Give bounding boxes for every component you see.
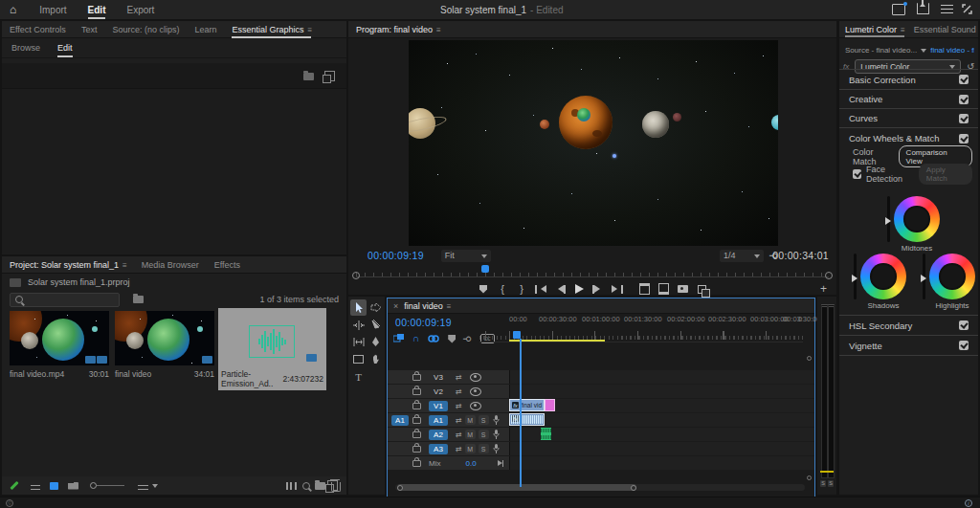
scrubber-left-handle[interactable]	[352, 272, 360, 279]
tab-source[interactable]: Source: (no clips)	[112, 25, 179, 34]
voiceover-mic-icon[interactable]	[493, 430, 500, 439]
clip-pink-v1[interactable]	[545, 399, 555, 411]
section-basic-correction[interactable]: Basic Correction	[839, 69, 978, 89]
tab-effect-controls[interactable]: Effect Controls	[10, 25, 66, 34]
playhead-handle[interactable]	[513, 331, 521, 339]
track-output-eye-icon[interactable]	[470, 373, 481, 382]
track-v1-content[interactable]: fx final vid	[509, 399, 814, 412]
track-a3-content[interactable]	[509, 442, 814, 455]
play-button[interactable]	[571, 282, 588, 296]
extract-button[interactable]	[656, 282, 672, 296]
solo-button-a2[interactable]: S	[479, 430, 489, 439]
track-v2-content[interactable]	[509, 385, 814, 398]
source-patch-a1[interactable]: A1	[391, 415, 409, 426]
mark-in-button[interactable]: {	[495, 282, 511, 296]
highlights-wheel[interactable]	[929, 254, 975, 299]
menu-import[interactable]: Import	[39, 5, 66, 15]
lock-icon[interactable]	[412, 374, 421, 381]
program-video-frame[interactable]	[409, 40, 778, 246]
menu-edit[interactable]: Edit	[88, 5, 106, 15]
face-detection-checkbox[interactable]	[853, 169, 861, 179]
solo-button-a3[interactable]: S	[479, 444, 489, 453]
lumetri-source-clip[interactable]: final video - final v...	[930, 46, 974, 55]
color-wheels-checkbox[interactable]	[959, 134, 969, 144]
search-input[interactable]	[10, 293, 120, 307]
new-layer-icon[interactable]	[324, 71, 335, 81]
highlights-slider[interactable]	[923, 254, 925, 299]
type-tool[interactable]: T	[350, 368, 367, 385]
sort-icon[interactable]	[138, 482, 148, 490]
panel-menu-icon[interactable]: ≡	[901, 26, 904, 34]
step-forward-button[interactable]	[590, 282, 607, 296]
sync-lock-icon[interactable]: ⇄	[456, 373, 462, 382]
track-label-a3[interactable]: A3	[429, 444, 448, 454]
section-hsl-secondary[interactable]: HSL Secondary	[839, 315, 978, 335]
sync-lock-icon[interactable]: ⇄	[456, 445, 462, 453]
lock-icon[interactable]	[412, 388, 421, 395]
voiceover-mic-icon[interactable]	[493, 444, 500, 453]
sync-lock-icon[interactable]: ⇄	[456, 387, 462, 396]
project-bin-name[interactable]: Solar system final_1.prproj	[28, 277, 130, 287]
apply-match-button-disabled[interactable]: Apply Match	[919, 164, 972, 185]
step-back-button[interactable]	[552, 282, 568, 296]
mix-volume-value[interactable]: 0.0	[465, 459, 476, 468]
nest-sequence-icon[interactable]	[393, 334, 404, 343]
program-scrubber[interactable]	[352, 265, 833, 278]
chevron-down-icon[interactable]	[921, 49, 926, 55]
sync-lock-icon[interactable]: ⇄	[456, 402, 462, 410]
project-item-particle-emission-selected[interactable]: Particle-Emission_Ad.. 2:43:07232	[218, 308, 326, 390]
hand-tool[interactable]	[368, 351, 384, 367]
midtones-slider[interactable]	[887, 196, 890, 242]
freeform-view-icon[interactable]	[68, 482, 78, 490]
snap-icon[interactable]: ∩	[412, 335, 419, 342]
timeline-settings-wrench-icon[interactable]: ⚲	[462, 335, 473, 342]
tab-media-browser[interactable]: Media Browser	[142, 260, 199, 270]
panel-menu-icon[interactable]: ≡	[447, 302, 451, 311]
panel-menu-icon[interactable]: ≡	[122, 261, 126, 270]
track-label-v2[interactable]: V2	[429, 387, 448, 397]
playback-resolution-select[interactable]: 1/4	[720, 250, 764, 262]
automate-to-sequence-icon[interactable]	[286, 482, 297, 490]
item-name[interactable]: final video	[115, 369, 151, 379]
tab-program[interactable]: Program: final video≡	[356, 25, 440, 34]
go-to-out-button[interactable]	[610, 282, 626, 296]
panel-menu-icon[interactable]: ≡	[436, 26, 440, 34]
sort-chevron-icon[interactable]	[152, 484, 158, 491]
close-sequence-icon[interactable]: ×	[393, 301, 398, 311]
scrubber-right-handle[interactable]	[825, 272, 833, 279]
timeline-vertical-scrollbar[interactable]	[807, 356, 812, 480]
track-v3-content[interactable]	[509, 370, 814, 384]
ripple-edit-tool[interactable]	[350, 317, 367, 333]
tab-lumetri-color[interactable]: Lumetri Color≡	[845, 25, 904, 34]
button-editor-plus[interactable]: +	[820, 282, 827, 296]
tab-text[interactable]: Text	[81, 25, 98, 34]
scrollbar-handle[interactable]	[397, 484, 636, 491]
lock-icon[interactable]	[412, 446, 421, 453]
playhead-line[interactable]	[520, 339, 522, 487]
linked-selection-icon[interactable]	[428, 334, 439, 343]
sync-lock-icon[interactable]: ⇄	[456, 431, 462, 439]
meter-solo-left[interactable]: S	[820, 480, 826, 487]
track-select-forward-tool[interactable]	[368, 299, 384, 316]
work-area-bar[interactable]	[509, 340, 605, 342]
tab-project[interactable]: Project: Solar system final_1≡	[10, 260, 126, 270]
track-a1-content[interactable]: fx	[509, 413, 814, 427]
track-label-v1[interactable]: V1	[429, 401, 448, 411]
lock-icon[interactable]	[412, 460, 421, 467]
tab-learn[interactable]: Learn	[194, 25, 216, 34]
lift-button[interactable]	[636, 282, 653, 296]
add-marker-button[interactable]	[476, 282, 492, 296]
keyframe-navigator-icon[interactable]	[498, 460, 504, 467]
timeline-add-marker-icon[interactable]	[448, 335, 456, 343]
pen-tool[interactable]	[368, 334, 384, 350]
clip-audio-a1[interactable]: fx	[509, 413, 545, 426]
solo-button-a1[interactable]: S	[479, 415, 489, 425]
item-name[interactable]: final video.mp4	[10, 369, 64, 379]
workspace-icon[interactable]	[892, 4, 905, 15]
mute-button-a3[interactable]: M	[465, 444, 476, 453]
track-label-v3[interactable]: V3	[429, 372, 448, 383]
razor-tool[interactable]	[368, 317, 384, 333]
writable-pencil-icon[interactable]	[10, 481, 18, 490]
list-view-icon[interactable]	[31, 482, 40, 490]
track-label-a2[interactable]: A2	[429, 430, 448, 440]
